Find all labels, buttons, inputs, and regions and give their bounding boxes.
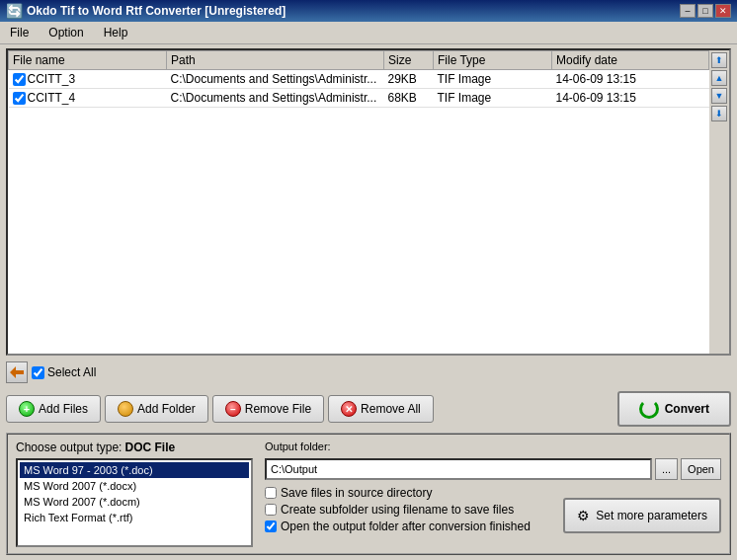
cell-path: C:\Documents and Settings\Administr... — [167, 89, 384, 108]
scroll-down-button[interactable]: ▼ — [711, 88, 727, 104]
row-checkbox[interactable] — [13, 73, 26, 86]
create-subfolder-option[interactable]: Create subfolder using filename to save … — [265, 503, 555, 517]
add-files-button[interactable]: + Add Files — [6, 395, 101, 423]
scroll-panel: ⬆ ▲ ▼ ⬇ — [709, 50, 729, 354]
back-button[interactable] — [6, 361, 28, 383]
output-folder-input[interactable] — [265, 458, 652, 480]
select-all-text: Select All — [47, 365, 96, 379]
output-type-item[interactable]: MS Word 2007 (*.docx) — [20, 478, 249, 494]
close-button[interactable]: ✕ — [715, 4, 731, 18]
add-folder-icon — [118, 401, 133, 417]
open-after-option[interactable]: Open the output folder after conversion … — [265, 520, 555, 533]
remove-all-icon: ✕ — [341, 401, 357, 417]
options-and-params: Save files in source directory Create su… — [265, 486, 721, 533]
menu-file[interactable]: File — [4, 24, 35, 41]
open-after-checkbox[interactable] — [265, 520, 277, 532]
bottom-panel: Choose output type: DOC File MS Word 97 … — [6, 433, 731, 555]
remove-all-button[interactable]: ✕ Remove All — [328, 395, 434, 423]
open-folder-button[interactable]: Open — [681, 458, 721, 480]
scroll-up-button[interactable]: ▲ — [711, 70, 727, 86]
menu-help[interactable]: Help — [98, 24, 134, 41]
row-checkbox[interactable] — [13, 92, 26, 105]
table-row: CCITT_4 C:\Documents and Settings\Admini… — [9, 89, 709, 108]
remove-file-icon: – — [225, 401, 241, 417]
cell-path: C:\Documents and Settings\Administr... — [167, 70, 384, 89]
gear-icon: ⚙ — [577, 508, 590, 523]
filename-text: CCITT_4 — [28, 91, 76, 105]
output-type-label: Choose output type: DOC File — [16, 440, 253, 454]
output-type-item[interactable]: MS Word 2007 (*.docm) — [20, 494, 249, 510]
remove-file-button[interactable]: – Remove File — [212, 395, 324, 423]
output-folder-label: Output folder: — [265, 440, 721, 452]
col-filetype: File Type — [434, 51, 552, 70]
svg-marker-0 — [10, 366, 24, 378]
scroll-top-button[interactable]: ⬆ — [711, 52, 727, 68]
save-in-source-option[interactable]: Save files in source directory — [265, 486, 555, 500]
folder-row: ... Open — [265, 458, 721, 480]
output-folder-section: Output folder: ... Open Save files in so… — [265, 440, 721, 547]
col-modifydate: Modify date — [552, 51, 709, 70]
cell-filename: CCITT_3 — [9, 70, 167, 89]
action-buttons-row: + Add Files Add Folder – Remove File ✕ R… — [6, 389, 731, 429]
menu-bar: File Option Help — [0, 22, 737, 44]
maximize-button[interactable]: □ — [697, 4, 713, 18]
convert-button[interactable]: Convert — [617, 391, 731, 427]
cell-date: 14-06-09 13:15 — [552, 89, 709, 108]
select-all-label[interactable]: Select All — [32, 365, 96, 379]
convert-spinner-icon — [639, 399, 659, 419]
filename-text: CCITT_3 — [28, 72, 76, 86]
minimize-button[interactable]: – — [680, 4, 696, 18]
cell-filename: CCITT_4 — [9, 89, 167, 108]
scroll-bottom-button[interactable]: ⬇ — [711, 106, 727, 121]
cell-date: 14-06-09 13:15 — [552, 70, 709, 89]
window-title: Okdo Tif to Word Rtf Converter [Unregist… — [27, 4, 286, 18]
col-filename: File name — [9, 51, 167, 70]
col-size: Size — [384, 51, 434, 70]
create-subfolder-checkbox[interactable] — [265, 504, 277, 516]
col-path: Path — [167, 51, 384, 70]
save-in-source-checkbox[interactable] — [265, 487, 277, 499]
set-more-params-button[interactable]: ⚙ Set more parameters — [563, 498, 721, 533]
menu-option[interactable]: Option — [42, 24, 89, 41]
select-all-checkbox[interactable] — [32, 366, 44, 379]
options-section: Save files in source directory Create su… — [265, 486, 555, 533]
output-type-list[interactable]: MS Word 97 - 2003 (*.doc)MS Word 2007 (*… — [16, 458, 253, 547]
cell-type: TIF Image — [434, 89, 552, 108]
app-icon: 🔄 — [6, 3, 23, 19]
output-type-item[interactable]: Rich Text Format (*.rtf) — [20, 510, 249, 525]
cell-size: 68KB — [384, 89, 434, 108]
output-type-section: Choose output type: DOC File MS Word 97 … — [16, 440, 253, 547]
title-bar: 🔄 Okdo Tif to Word Rtf Converter [Unregi… — [0, 0, 737, 22]
browse-button[interactable]: ... — [655, 458, 678, 480]
file-table: File name Path Size File Type Modify dat… — [8, 50, 709, 108]
cell-size: 29KB — [384, 70, 434, 89]
file-list-container: File name Path Size File Type Modify dat… — [6, 48, 731, 356]
add-folder-button[interactable]: Add Folder — [105, 395, 208, 423]
output-type-item[interactable]: MS Word 97 - 2003 (*.doc) — [20, 462, 249, 478]
add-files-icon: + — [19, 401, 35, 417]
cell-type: TIF Image — [434, 70, 552, 89]
select-all-row: Select All — [6, 360, 731, 385]
table-row: CCITT_3 C:\Documents and Settings\Admini… — [9, 70, 709, 89]
